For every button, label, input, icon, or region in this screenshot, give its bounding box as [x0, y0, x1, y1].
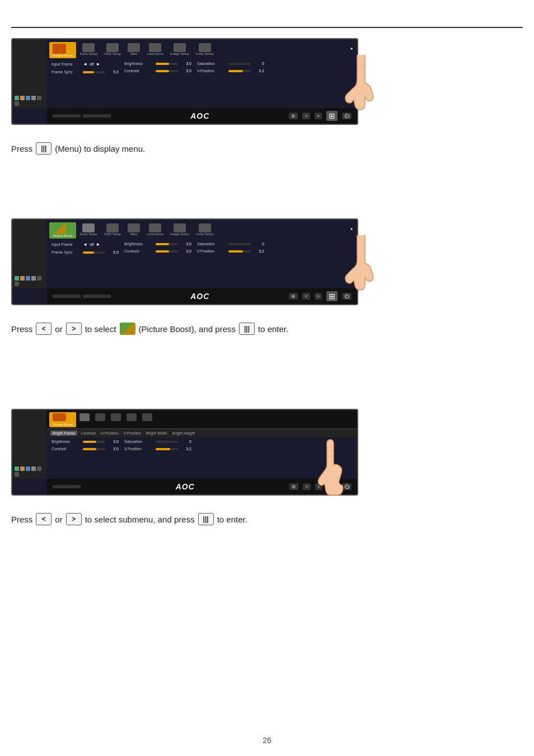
monitor-bottom-1: AOC ⊕ < > ⊞ ⏻: [47, 108, 357, 124]
instr2-or: or: [55, 324, 62, 334]
osd-tab2-5: Image Setup: [167, 222, 192, 239]
monitor-bottom-2: AOC ⊕ < > ⊞ ⏻: [47, 288, 357, 304]
section3: Picture Boost: [11, 409, 523, 525]
osd2-input-frame: Input Frame ◄ off ►: [51, 242, 119, 247]
menu-key-1: |||: [36, 142, 51, 155]
osd-tab-1: Extra Setup: [77, 42, 100, 58]
strip-icons-2: [15, 276, 44, 286]
monitor-screen-1: Picture Boost Extra Setup OSD Setup Misc: [11, 38, 358, 125]
osd-tabs-2: Picture Boost Extra Setup OSD Setup Misc: [47, 220, 357, 240]
osd-saturation-1: Saturation 0: [197, 62, 264, 66]
monitor-display-3: Picture Boost: [11, 409, 369, 504]
osd-tab-2: OSD Setup: [101, 42, 124, 58]
monitor-display-2: Picture Boost Extra Setup OSD Setup Misc: [11, 218, 369, 314]
osd3-submenu-row: Bright Frame Contrast H.Position V.Posit…: [47, 428, 357, 437]
monitor-logo-1: AOC: [190, 111, 209, 120]
instr3-text: to select submenu, and press: [85, 515, 195, 524]
osd-left-col-1: Input Frame ◄ off ► Frame Sync 5.0: [51, 62, 119, 106]
instruction-1: Press ||| (Menu) to display menu.: [11, 142, 523, 155]
instr1-press: Press: [11, 144, 32, 153]
section2: Picture Boost Extra Setup OSD Setup Misc: [11, 218, 523, 335]
osd3-tab-active: Picture Boost: [49, 412, 76, 427]
osd-brightness-1: Brightness 3.0: [124, 62, 191, 66]
osd-tabs-1: Picture Boost Extra Setup OSD Setup Misc: [47, 39, 357, 59]
osd-tabs-3: Picture Boost: [47, 410, 357, 428]
osd2-frame-sync: Frame Sync 5.0: [51, 250, 119, 254]
hand-cursor-3: [308, 437, 353, 500]
osd-tab-0-active: Picture Boost: [49, 42, 76, 58]
osd-tab-5: Image Setup: [167, 42, 192, 58]
instruction-3: Press < or > to select submenu, and pres…: [11, 513, 523, 525]
osd-tab2-4: Luminance: [144, 222, 166, 239]
osd-tab2-6: Color Setup: [193, 222, 217, 239]
monitor-logo-3: AOC: [176, 482, 195, 491]
osd3-saturation-sub: Saturation 0: [124, 440, 191, 444]
instr2-pb-text: (Picture Boost), and press: [139, 324, 236, 334]
instr3-press: Press: [11, 515, 32, 524]
strip-icons-3: [15, 466, 44, 477]
osd-content-2: Input Frame ◄ off ► Frame Sync 5.0: [47, 240, 357, 288]
osd-tab-6: Color Setup: [193, 42, 217, 58]
menu-key-3: |||: [198, 513, 214, 525]
osd-tab-4: Luminance: [144, 42, 166, 58]
osd-input-frame: Input Frame ◄ off ►: [51, 62, 119, 67]
instruction-2: Press < or > to select (Picture Boost), …: [11, 323, 523, 335]
instr2-press: Press: [11, 324, 32, 334]
osd2-vposition: V.Position 3.2: [197, 249, 264, 253]
osd2-brightness: Brightness 3.0: [124, 242, 191, 246]
gt-key-1: >: [66, 323, 82, 335]
monitor-screen-3: Picture Boost: [11, 409, 358, 496]
instr1-text: (Menu) to display menu.: [55, 144, 145, 153]
osd-tab2-1: Extra Setup: [77, 222, 100, 239]
osd-tab2-0-active: Picture Boost: [49, 222, 76, 239]
hand-cursor-1: [336, 55, 381, 113]
osd-content-1: Input Frame ◄ off ► Frame Sync 5.0: [47, 59, 357, 108]
osd-vposition-1: V.Position 3.2: [197, 69, 264, 73]
instr3-to-enter: to enter.: [217, 515, 247, 524]
monitor-logo-2: AOC: [190, 292, 209, 301]
strip-icons-1: [15, 96, 44, 106]
top-rule: [11, 27, 523, 28]
left-strip-2: [12, 220, 46, 288]
osd2-saturation: Saturation 0: [197, 242, 264, 246]
hand-cursor-2: [336, 235, 381, 293]
instr2-to-enter: to enter.: [258, 324, 288, 334]
section1: Picture Boost Extra Setup OSD Setup Misc: [11, 38, 523, 155]
osd-panel-2: Picture Boost Extra Setup OSD Setup Misc: [47, 220, 357, 304]
page-number: 26: [263, 736, 271, 745]
osd-tab-3: Misc: [125, 42, 143, 58]
left-strip-3: [12, 410, 46, 479]
monitor-screen-2: Picture Boost Extra Setup OSD Setup Misc: [11, 218, 358, 305]
bottom-left-1: [53, 114, 111, 118]
picture-boost-icon-badge: [120, 323, 135, 335]
instr3-or: or: [55, 515, 62, 524]
monitor-display-1: Picture Boost Extra Setup OSD Setup Misc: [11, 38, 369, 133]
osd-frame-sync: Frame Sync 5.0: [51, 70, 119, 74]
osd2-contrast: Contrast 3.0: [124, 249, 191, 253]
left-strip-1: [12, 39, 46, 108]
osd-right-col-1: Saturation 0 V.Position 3.2: [197, 62, 264, 106]
osd3-brightness-sub: Brightness 3.0: [51, 440, 119, 444]
lt-key-2: <: [36, 513, 51, 525]
gt-key-2: >: [66, 513, 82, 525]
osd-mid-col-1: Brightness 3.0 Contrast 3.0: [124, 62, 191, 106]
osd3-contrast-sub: Contrast 3.0: [51, 447, 119, 451]
instr2-to-select: to select: [85, 324, 116, 334]
menu-key-2: |||: [239, 323, 255, 335]
osd-panel-1: Picture Boost Extra Setup OSD Setup Misc: [47, 39, 357, 124]
osd-tab2-3: Misc: [125, 222, 143, 239]
osd3-vpos-sub: V.Position 3.2: [124, 447, 191, 451]
osd-tab2-2: OSD Setup: [101, 222, 124, 239]
lt-key-1: <: [36, 323, 51, 335]
